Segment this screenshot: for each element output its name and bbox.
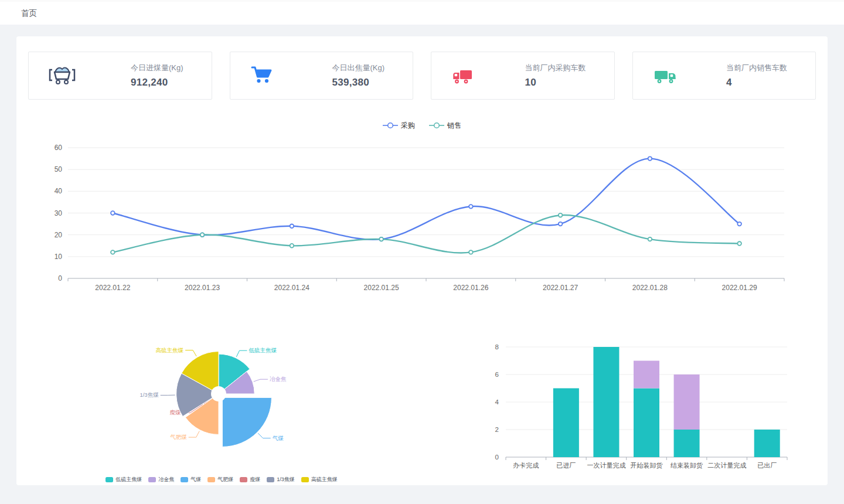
y-axis-label: 8 bbox=[495, 343, 499, 350]
x-axis-label: 2022.01.28 bbox=[632, 284, 668, 292]
purchase-sales-line-chart: 01020304050602022.01.222022.01.232022.01… bbox=[28, 135, 816, 294]
y-axis-label: 4 bbox=[495, 399, 499, 406]
x-axis-label: 2022.01.24 bbox=[274, 284, 309, 292]
x-axis-label: 2022.01.22 bbox=[95, 284, 130, 292]
data-point-marker[interactable] bbox=[379, 237, 383, 241]
data-point-marker[interactable] bbox=[111, 211, 115, 215]
topbar: 首页 bbox=[0, 0, 844, 25]
pie-legend-item-气煤[interactable]: 气煤 bbox=[181, 476, 201, 483]
pie-legend-item-冶金焦[interactable]: 冶金焦 bbox=[148, 476, 174, 483]
data-point-marker[interactable] bbox=[559, 213, 563, 217]
data-point-marker[interactable] bbox=[111, 250, 115, 254]
x-axis-label: 2022.01.29 bbox=[722, 284, 757, 292]
x-axis-label: 办卡完成 bbox=[513, 462, 539, 469]
legend-item-销售[interactable]: 销售 bbox=[429, 121, 461, 131]
line-legend-marker-icon bbox=[383, 122, 398, 129]
legend-item-采购[interactable]: 采购 bbox=[383, 121, 415, 131]
legend-swatch-icon bbox=[106, 477, 113, 482]
x-axis-label: 已进厂 bbox=[556, 462, 576, 469]
y-axis-label: 2 bbox=[495, 426, 499, 433]
pie-legend-item-高硫主焦煤[interactable]: 高硫主焦煤 bbox=[301, 476, 338, 483]
bar-segment-已出厂[interactable] bbox=[754, 430, 780, 457]
legend-swatch-icon bbox=[240, 477, 247, 482]
x-axis-label: 2022.01.27 bbox=[543, 284, 578, 292]
stat-card-coal-intake: 今日进煤量(Kg) 912,240 bbox=[28, 52, 212, 100]
pie-legend-item-1/3焦煤[interactable]: 1/3焦煤 bbox=[267, 476, 295, 483]
purchase-truck-icon bbox=[451, 66, 475, 86]
y-axis-label: 20 bbox=[55, 231, 63, 239]
pie-label: 1/3焦煤 bbox=[139, 391, 159, 398]
stat-value: 539,380 bbox=[332, 77, 384, 88]
y-axis-label: 0 bbox=[495, 454, 499, 461]
pie-legend-item-低硫主焦煤[interactable]: 低硫主焦煤 bbox=[106, 476, 142, 483]
x-axis-label: 结束装卸货 bbox=[671, 462, 703, 469]
line-legend-marker-icon bbox=[429, 122, 444, 129]
legend-swatch-icon bbox=[207, 477, 215, 482]
y-axis-label: 40 bbox=[55, 187, 63, 195]
pie-center-hole bbox=[211, 386, 226, 401]
breadcrumb-home[interactable]: 首页 bbox=[21, 8, 37, 19]
pie-label-line bbox=[254, 379, 268, 382]
data-point-marker[interactable] bbox=[290, 244, 294, 248]
pie-label-line bbox=[185, 350, 196, 356]
pie-label-line bbox=[236, 350, 247, 357]
legend-label: 气煤 bbox=[190, 476, 201, 483]
pie-legend-item-瘦煤[interactable]: 瘦煤 bbox=[240, 476, 260, 483]
stat-card-coke-output: 今日出焦量(Kg) 539,380 bbox=[230, 52, 414, 100]
y-axis-label: 60 bbox=[55, 144, 63, 152]
bar-chart-section: 02468办卡完成已进厂一次计量完成开始装卸货结束装卸货二次计量完成已出厂 bbox=[462, 333, 796, 485]
y-axis-label: 30 bbox=[55, 209, 63, 217]
legend-swatch-icon bbox=[267, 477, 274, 482]
dashboard-panel: 今日进煤量(Kg) 912,240 今日出焦量(Kg) 539,380 bbox=[16, 36, 828, 485]
stat-text: 今日进煤量(Kg) 912,240 bbox=[131, 63, 183, 88]
pie-legend-item-气肥煤[interactable]: 气肥煤 bbox=[207, 476, 233, 483]
data-point-marker[interactable] bbox=[648, 237, 652, 241]
stat-text: 今日出焦量(Kg) 539,380 bbox=[332, 63, 384, 88]
pie-chart-legend: 低硫主焦煤冶金焦气煤气肥煤瘦煤1/3焦煤高硫主焦煤 bbox=[40, 476, 403, 483]
legend-label: 气肥煤 bbox=[217, 476, 233, 483]
bar-segment-已进厂[interactable] bbox=[553, 389, 579, 458]
bar-segment-结束装卸货[interactable] bbox=[674, 430, 700, 457]
line-series-采购 bbox=[113, 159, 739, 240]
stat-value: 912,240 bbox=[131, 77, 183, 88]
y-axis-label: 6 bbox=[495, 371, 499, 378]
legend-swatch-icon bbox=[301, 477, 309, 482]
data-point-marker[interactable] bbox=[648, 156, 652, 161]
bar-segment-结束装卸货[interactable] bbox=[674, 374, 700, 430]
legend-label: 高硫主焦煤 bbox=[311, 476, 338, 483]
bar-segment-开始装卸货[interactable] bbox=[634, 389, 659, 458]
data-point-marker[interactable] bbox=[737, 222, 741, 226]
stat-text: 当前厂内采购车数 10 bbox=[525, 63, 586, 88]
stat-label: 今日出焦量(Kg) bbox=[332, 63, 384, 73]
line-chart-section: 采购销售 01020304050602022.01.222022.01.2320… bbox=[28, 120, 816, 297]
bar-segment-开始装卸货[interactable] bbox=[634, 361, 659, 389]
legend-label: 采购 bbox=[401, 121, 415, 131]
data-point-marker[interactable] bbox=[469, 250, 473, 254]
line-series-销售 bbox=[113, 215, 739, 253]
data-point-marker[interactable] bbox=[290, 224, 294, 229]
data-point-marker[interactable] bbox=[469, 205, 473, 209]
pie-label: 低硫主焦煤 bbox=[249, 347, 277, 353]
pie-label: 气煤 bbox=[273, 435, 284, 441]
data-point-marker[interactable] bbox=[559, 222, 563, 226]
line-chart-legend: 采购销售 bbox=[28, 120, 816, 131]
stat-card-sales-trucks: 当前厂内销售车数 4 bbox=[632, 52, 816, 100]
x-axis-label: 二次计量完成 bbox=[707, 462, 746, 469]
pie-slice-气煤[interactable] bbox=[222, 397, 271, 447]
stat-value: 4 bbox=[726, 77, 787, 88]
data-point-marker[interactable] bbox=[200, 233, 205, 237]
stat-label: 当前厂内销售车数 bbox=[726, 63, 787, 73]
mine-cart-icon bbox=[49, 64, 76, 87]
legend-label: 瘦煤 bbox=[250, 476, 260, 483]
x-axis-label: 开始装卸货 bbox=[631, 462, 663, 469]
pie-label-line bbox=[189, 431, 200, 438]
y-axis-label: 10 bbox=[55, 253, 63, 261]
pie-chart-section: 低硫主焦煤冶金焦气煤气肥煤瘦煤1/3焦煤高硫主焦煤 低硫主焦煤冶金焦气煤气肥煤瘦… bbox=[40, 325, 403, 485]
pie-label: 高硫主焦煤 bbox=[156, 347, 184, 353]
x-axis-label: 2022.01.23 bbox=[185, 284, 220, 292]
data-point-marker[interactable] bbox=[737, 241, 741, 246]
coal-type-rose-chart: 低硫主焦煤冶金焦气煤气肥煤瘦煤1/3焦煤高硫主焦煤 bbox=[40, 325, 403, 472]
stat-label: 今日进煤量(Kg) bbox=[131, 63, 183, 73]
pie-label: 冶金焦 bbox=[270, 376, 287, 382]
bar-segment-一次计量完成[interactable] bbox=[593, 347, 619, 457]
